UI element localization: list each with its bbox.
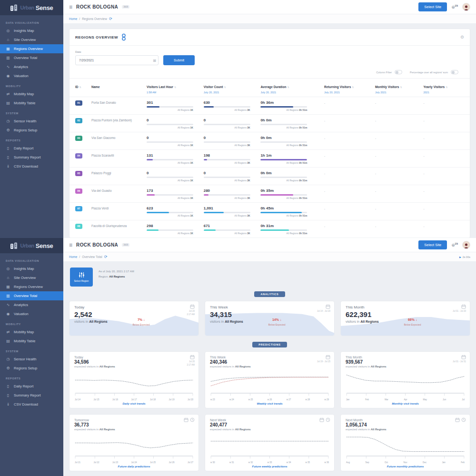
sort-icon[interactable]: ⇅ [79,86,81,89]
calendar-icon[interactable] [455,417,460,422]
calendar-icon[interactable] [326,304,330,309]
sort-icon[interactable]: ⇅ [446,86,447,89]
prediction-card-value: 36,773 [74,422,194,427]
sort-icon[interactable]: ⇅ [352,86,354,89]
sidebar-item-regions-setup[interactable]: ⚙Regions Setup [0,364,63,373]
sidebar-item-analytics[interactable]: ∿Analytics [0,300,63,309]
column-header[interactable]: ID⇅ [75,81,91,90]
chart-footer-link[interactable]: Weekly visit trends [210,402,329,405]
submit-button[interactable]: Submit [163,55,195,65]
auto-refresh-timer[interactable]: ▶ 2s 00s [459,256,470,258]
sidebar-item-sensor-health[interactable]: ◷Sensor Health [0,355,63,364]
calendar-icon[interactable] [319,417,324,422]
sidebar-item-sensor-health[interactable]: ◷Sensor Health [0,117,63,126]
column-header[interactable]: Returning Visitors⇅July 20, 2021 [324,81,375,94]
sidebar-item-analytics[interactable]: ∿Analytics [0,62,63,71]
sidebar-item-site-overview[interactable]: ⌂Site Overview [0,273,63,282]
date-input[interactable] [75,55,159,65]
clock-icon[interactable] [190,417,195,422]
sidebar-item-mobility-map[interactable]: ⇄Mobility Map [0,327,63,337]
chart-footer-link[interactable]: Future weekly predictions [210,465,329,468]
chart-footer-link[interactable]: Future monthly predictions [346,465,465,468]
chart-footer-link[interactable]: Monthly visit trends [346,402,465,405]
avatar[interactable] [462,3,470,11]
calendar-icon[interactable] [184,417,188,422]
app-logo[interactable]: UrbanSense [0,0,63,15]
sidebar-item-csv-download[interactable]: ⇓CSV Download [0,400,63,409]
sidebar-item-valuation[interactable]: ◉Valuation [0,309,63,318]
panel-title: REGIONS OVERVIEW [75,35,118,40]
sidebar-item-csv-download[interactable]: ⇓CSV Download [0,162,63,171]
table-row[interactable]: R1Porta San Donato301All Regions 1K630Al… [69,97,470,115]
column-header[interactable]: Visitors Last Hour⇅1:58 AM [147,81,204,94]
sidebar-item-overview-total[interactable]: ▥Overview Total [0,291,63,300]
table-row[interactable]: R4Piazza Scaravilli131All Regions 1K198A… [69,150,470,168]
avatar[interactable] [462,241,470,249]
language-globe-icon[interactable]: ⊕EN [451,243,458,248]
sidebar-item-insights-map[interactable]: ◎Insights Map [0,26,63,35]
sidebar-item-site-overview[interactable]: ⌂Site Overview [0,35,63,44]
table-row[interactable]: R6Via del Guasto173All Regions 1K280All … [69,185,470,203]
delta-indicator: 14% ↓Below Expected [268,314,286,326]
table-row[interactable]: R7Piazza Verdi623All Regions 1K1,091All … [69,203,470,220]
sort-icon[interactable]: ⇅ [400,86,402,89]
column-header[interactable]: Average Duration⇅July 20, 2021 [260,81,324,94]
calendar-icon[interactable] [326,355,330,359]
sort-icon[interactable]: ⇅ [287,86,289,89]
column-header[interactable]: Monthly Visitors⇅July 2021 [375,81,424,94]
sort-icon[interactable]: ⇅ [174,86,176,89]
calendar-icon[interactable] [461,304,466,309]
sidebar-item-label: Analytics [14,303,28,307]
refresh-icon[interactable]: ⟳ [109,17,112,21]
menu-icon[interactable]: ≡ [69,4,72,10]
table-row[interactable]: R2Piazza Puntoni (via Zamboni)0All Regio… [69,115,470,132]
sidebar-item-mobility-table[interactable]: ▤Mobility Table [0,99,63,108]
column-header[interactable]: Visitor Count⇅July 20, 2021 [204,81,261,94]
table-row[interactable]: R5Palazzo Poggi0All Regions 1K0All Regio… [69,168,470,185]
sidebar-item-mobility-map[interactable]: ⇄Mobility Map [0,89,63,99]
calendar-icon[interactable] [190,304,195,309]
refresh-icon[interactable]: ⟳ [104,255,108,259]
column-header[interactable]: Name [91,81,147,90]
average-duration: 0h 0mAll Regions 0h 51m [260,171,314,182]
menu-icon[interactable]: ≡ [69,242,72,248]
sidebar-item-daily-report[interactable]: ▯Daily Report [0,382,63,391]
language-globe-icon[interactable]: ⊕EN [451,5,458,10]
gear-icon[interactable]: ⚙ [460,35,464,40]
column-filter-toggle[interactable] [395,70,402,74]
calendar-icon[interactable] [461,355,466,359]
select-site-button[interactable]: Select Site [418,2,447,11]
select-region-button[interactable]: Select Region [70,268,93,287]
table-row[interactable]: R3Via San Giacomo0All Regions 1K0All Reg… [69,132,470,150]
sidebar-item-regions-overview[interactable]: ▦Regions Overview [0,44,63,53]
column-header[interactable]: Yearly Visitors⇅2021 [423,81,464,94]
sort-icon[interactable]: ⇅ [224,86,226,89]
table-icon: ▤ [6,101,10,105]
sidebar-item-valuation[interactable]: ◉Valuation [0,71,63,80]
sidebar-item-regions-overview[interactable]: ▦Regions Overview [0,282,63,291]
sidebar-item-summary-report[interactable]: ▯Summary Report [0,391,63,400]
sidebar-item-daily-report[interactable]: ▯Daily Report [0,144,63,153]
calendar-icon[interactable]: ⊞ [153,59,156,63]
clock-icon[interactable] [461,417,466,422]
select-site-button[interactable]: Select Site [418,240,447,249]
average-duration-bar [260,212,307,213]
chart-footer-link[interactable]: Daily visit trends [74,402,194,405]
average-duration: 0h 31mAll Regions 0h 51m [260,224,314,235]
visitor-count-bar [204,106,250,108]
app-logo[interactable]: UrbanSense [0,238,63,253]
breadcrumb-home-link[interactable]: Home [69,255,77,258]
sidebar-item-mobility-table[interactable]: ▤Mobility Table [0,337,63,346]
prediction-card-caption: expected visitors in All Regions [210,428,329,431]
sidebar-item-overview-total[interactable]: ▥Overview Total [0,53,63,62]
clock-icon[interactable] [326,417,330,422]
trend-chart [346,432,465,461]
calendar-icon[interactable] [190,355,195,359]
sidebar-item-insights-map[interactable]: ◎Insights Map [0,264,63,273]
chart-footer-link[interactable]: Future daily predictions [74,465,194,468]
breadcrumb-home-link[interactable]: Home [69,17,77,20]
percentage-toggle[interactable] [451,70,458,74]
table-row[interactable]: R8Facoltà di Giurisprudenza298All Region… [69,220,470,238]
sidebar-item-regions-setup[interactable]: ⚙Regions Setup [0,126,63,135]
sidebar-item-summary-report[interactable]: ▯Summary Report [0,153,63,162]
